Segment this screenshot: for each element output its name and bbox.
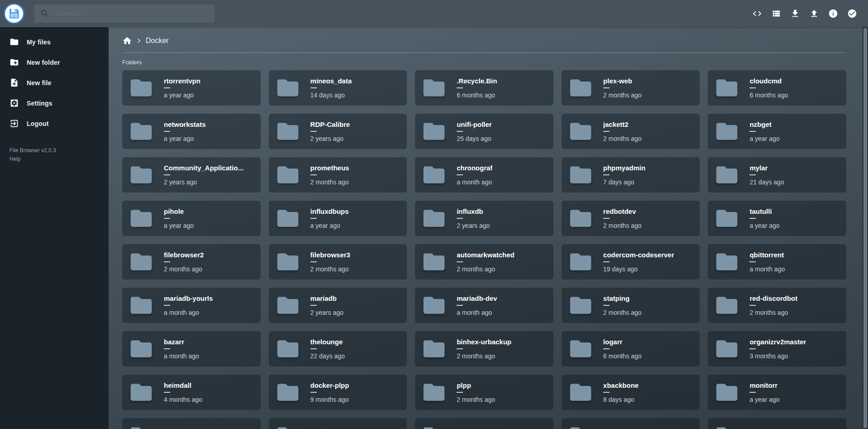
folder-card[interactable]: mariadb-dev a month ago [415,288,553,323]
folder-card[interactable]: .Recycle.Bin 6 months ago [415,70,553,106]
folder-name: organizrv2master [749,338,806,346]
folder-card[interactable]: organizrv2master 3 months ago [708,331,846,366]
folder-name: bazarr [164,338,199,346]
folder-modified: 2 months ago [749,309,797,316]
folder-card[interactable]: Community_Applicatio... 2 years ago [122,157,261,193]
folder-modified: 19 days ago [603,265,674,273]
folder-card[interactable]: monitorr a year ago [708,375,846,410]
folder-card[interactable]: cloudcmd 6 months ago [708,70,846,106]
sidebar-item-settings[interactable]: Settings [0,93,109,113]
folder-card[interactable]: influxdb 2 years ago [415,201,553,236]
logout-icon [10,119,19,128]
list-view-button[interactable] [771,9,781,19]
folder-card[interactable]: phpmyadmin 7 days ago [562,157,700,193]
folder-card[interactable]: binhex-urbackup 2 months ago [415,331,553,366]
sidebar-item-my-files[interactable]: My files [0,32,109,52]
folder-card[interactable]: influxdbups a year ago [269,201,407,236]
folder-card[interactable]: codercom-codeserver 19 days ago [562,244,700,280]
folder-name: automarkwatched [457,251,515,259]
folder-card[interactable]: redbotdev 2 months ago [562,201,700,236]
folder-card[interactable]: unifi-poller 25 days ago [415,114,553,149]
folder-card[interactable]: tautulli a year ago [708,201,846,236]
folder-modified: a year ago [749,396,779,403]
folder-modified: 2 months ago [457,352,511,360]
header-bar [0,0,868,27]
search-input[interactable] [56,10,209,18]
separator-dash [310,348,317,349]
folder-modified: a year ago [164,92,200,99]
folder-name: filebrowser3 [310,251,350,259]
folder-card[interactable]: plpp 2 months ago [415,375,553,410]
folder-name: plpp [457,381,495,389]
folder-card[interactable]: filebrowser3 2 months ago [269,244,407,280]
sidebar-item-new-file[interactable]: New file [0,72,109,93]
folder-card[interactable]: mariadb-yourls a month ago [122,288,261,323]
upload-button[interactable] [809,9,819,19]
folder-card[interactable]: mineos [562,418,700,429]
info-button[interactable] [828,9,838,19]
folder-name: networkstats [164,121,206,128]
folder-card[interactable]: xbackbone 8 days ago [562,375,700,410]
folder-card[interactable]: codimd [708,418,846,429]
folder-modified: a month ago [164,309,213,316]
download-button[interactable] [790,9,800,19]
folder-meta: statping 2 months ago [603,294,642,316]
folder-modified: 3 months ago [749,352,806,360]
folder-card[interactable]: filebrowser2 2 months ago [122,244,261,280]
folder-card[interactable]: mariadb 2 years ago [269,288,407,323]
folder-card[interactable]: minecraft [415,418,553,429]
folder-card[interactable]: organizr [269,418,407,429]
separator-dash [603,348,610,349]
scrollbar-thumb[interactable] [863,28,867,428]
folder-modified: 2 months ago [310,265,350,273]
folder-meta: cloudcmd 6 months ago [749,77,788,99]
code-button[interactable] [752,9,762,19]
sidebar-item-new-folder[interactable]: New folder [0,52,109,72]
help-link[interactable]: Help [10,155,109,164]
folder-card[interactable]: chronograf a month ago [415,157,553,193]
folder-card[interactable]: automarkwatched 2 months ago [415,244,553,280]
sidebar-item-label: My files [27,39,51,46]
folder-card[interactable]: qbittorrent a month ago [708,244,846,280]
folder-card[interactable]: nzbget a year ago [708,114,846,149]
folder-icon [129,119,154,144]
folder-card[interactable]: RDP-Calibre 2 years ago [269,114,407,149]
folder-meta: codercom-codeserver 19 days ago [603,251,674,273]
scrollbar-track[interactable] [863,27,868,429]
folder-card[interactable]: jackett2 2 months ago [562,114,700,149]
folder-name: mineos_data [310,77,352,85]
folder-meta: jackett2 2 months ago [603,121,642,142]
folder-card[interactable]: rtorrentvpn a year ago [122,70,261,106]
folder-name: .Recycle.Bin [457,77,497,85]
folder-card[interactable]: thelounge 22 days ago [269,331,407,366]
select-check-button[interactable] [847,9,857,19]
search-icon [40,9,50,19]
breadcrumb-home[interactable] [122,36,132,46]
folder-icon [714,162,739,188]
folder-card[interactable]: bazarr a month ago [122,331,261,366]
folder-card[interactable]: code-server [122,418,261,429]
separator-dash [310,87,317,88]
folder-name: rtorrentvpn [164,77,200,85]
breadcrumb-current: Docker [146,37,169,45]
folder-card[interactable]: mylar 21 days ago [708,157,846,193]
folder-card[interactable]: red-discordbot 2 months ago [708,288,846,323]
folder-card[interactable]: logarr 6 months ago [562,331,700,366]
folder-card[interactable]: networkstats a year ago [122,114,261,149]
folder-card[interactable]: pihole a year ago [122,201,261,236]
sidebar-item-logout[interactable]: Logout [0,113,109,134]
folder-name: mariadb [310,294,343,302]
folder-card[interactable]: plex-web 2 months ago [562,70,700,106]
folder-card[interactable]: docker-plpp 9 months ago [269,375,407,410]
folder-card[interactable]: heimdall 4 months ago [122,375,261,410]
separator-dash [457,174,463,175]
folder-modified: 2 years ago [310,135,350,142]
folder-card[interactable]: statping 2 months ago [562,288,700,323]
folder-card[interactable]: mineos_data 14 days ago [269,70,407,106]
folder-card[interactable]: prometheus 2 months ago [269,157,407,193]
folder-icon [714,119,739,144]
folder-icon [714,249,739,275]
folder-name: tautulli [749,207,779,215]
app-logo[interactable] [4,3,24,24]
folder-icon [275,293,300,318]
